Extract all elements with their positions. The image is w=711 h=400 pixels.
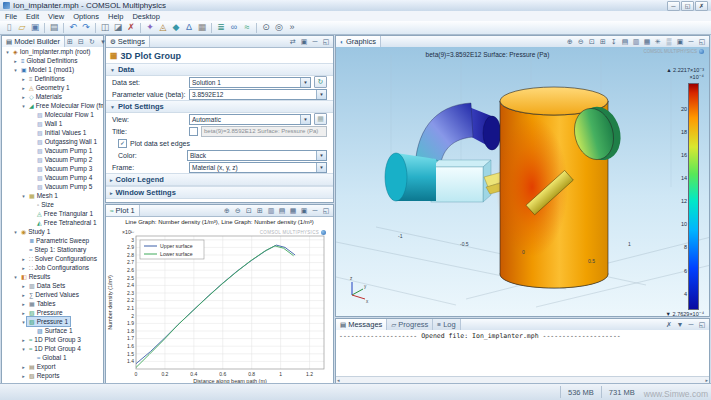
print-icon[interactable]: ▤	[48, 22, 60, 33]
tree-item-definitions[interactable]: ▸≡Definitions	[2, 74, 103, 83]
float-panel-icon[interactable]: ◱	[321, 38, 331, 46]
color-select[interactable]: Black▼	[187, 150, 327, 161]
zoom-icon[interactable]: ⊙	[260, 22, 272, 33]
view-icon[interactable]: ◎	[273, 22, 285, 33]
save-log-icon[interactable]: ▼	[675, 321, 685, 329]
mesh-icon[interactable]: ▦	[196, 22, 208, 33]
tree-item-free-tetrahedral-1[interactable]: ◭Free Tetrahedral 1	[2, 218, 103, 227]
expand-all-icon[interactable]: ⊞	[65, 38, 75, 46]
section-plot-settings[interactable]: ▼Plot Settings	[106, 100, 333, 113]
clear-log-icon[interactable]: ✗	[664, 321, 674, 329]
data-set-select[interactable]: Solution 1▼	[189, 77, 311, 88]
tree-item-vacuum-pump-3[interactable]: ▧Vacuum Pump 3	[2, 164, 103, 173]
close-button[interactable]: ✗	[695, 1, 708, 11]
zoom-in-icon[interactable]: ⊕	[565, 38, 575, 46]
refresh-solution-button[interactable]: ↻	[314, 76, 327, 88]
tree-item-ion-implanter-mph-root[interactable]: ▾◈Ion_implanter.mph (root)	[2, 47, 103, 56]
line-chart[interactable]: COMSOL MULTIPHYSICS 00.20.40.60.811.21.4…	[106, 227, 333, 389]
tree-item-tables[interactable]: ▸▦Tables	[2, 299, 103, 308]
minimize-panel-icon[interactable]: ─	[686, 38, 696, 46]
go-to-default-view-icon[interactable]: ↧	[609, 38, 619, 46]
tree-item-model-1-mod1[interactable]: ▾▣Model 1 (mod1)	[2, 65, 103, 74]
tab-log[interactable]: ≡Log	[433, 319, 460, 330]
tree-item-vacuum-pump-5[interactable]: ▧Vacuum Pump 5	[2, 182, 103, 191]
minimize-button[interactable]: ─	[667, 1, 680, 11]
compute-icon[interactable]: ≣	[215, 22, 227, 33]
copy-icon[interactable]: ◫	[99, 22, 111, 33]
tree-item-pressure[interactable]: ▸▧Pressure	[2, 308, 103, 317]
tree-item-mesh-1[interactable]: ▾▦Mesh 1	[2, 191, 103, 200]
menu-desktop[interactable]: Desktop	[132, 12, 160, 21]
switch-icon[interactable]: ⇄	[288, 38, 298, 46]
tree-item-1d-plot-group-3[interactable]: ▸≈1D Plot Group 3	[2, 335, 103, 344]
tree-item-wall-1[interactable]: ▧Wall 1	[2, 119, 103, 128]
tree-item-step-1-stationary[interactable]: =Step 1: Stationary	[2, 245, 103, 254]
view-settings-button[interactable]: ▦	[314, 113, 327, 125]
tree-item-vacuum-pump-1[interactable]: ▧Vacuum Pump 1	[2, 146, 103, 155]
materials-icon[interactable]: ◆	[170, 22, 182, 33]
tab-graphics[interactable]: ◐ Graphics	[336, 36, 381, 47]
tree-item-initial-values-1[interactable]: ▧Initial Values 1	[2, 128, 103, 137]
tree-item-pressure-1[interactable]: ▾▧Pressure 1	[2, 317, 103, 326]
tab-progress[interactable]: ▱Progress	[387, 319, 433, 330]
graphics-3d-view[interactable]: z y x -1-0.500.51 beta(9)=3.8592E12 Surf…	[336, 47, 709, 316]
go-to-zx-view-icon[interactable]: ▦	[642, 38, 652, 46]
section-window-settings[interactable]: ▸Window Settings	[106, 186, 333, 199]
study-icon[interactable]: ∞	[228, 22, 240, 33]
zoom-box-icon[interactable]: ⊞	[598, 38, 608, 46]
menu-options[interactable]: Options	[73, 12, 99, 21]
tree-item-export[interactable]: ▸▤Export	[2, 362, 103, 371]
parameter-value-select[interactable]: 3.8592E12▼	[189, 89, 327, 100]
tree-item-vacuum-pump-2[interactable]: ▧Vacuum Pump 2	[2, 155, 103, 164]
collapse-all-icon[interactable]: ⊟	[76, 38, 86, 46]
go-to-yz-view-icon[interactable]: ▥	[631, 38, 641, 46]
undo-icon[interactable]: ↶	[67, 22, 79, 33]
tree-item-data-sets[interactable]: ▸▥Data Sets	[2, 281, 103, 290]
zoom-extents-icon[interactable]: ⊡	[587, 38, 597, 46]
zoom-box-icon[interactable]: ⊞	[255, 207, 265, 215]
zoom-out-icon[interactable]: ⊖	[576, 38, 586, 46]
tree-item-molecular-flow-1[interactable]: ▧Molecular Flow 1	[2, 110, 103, 119]
show-icon[interactable]: ▣	[299, 38, 309, 46]
float-panel-icon[interactable]: ◱	[697, 321, 707, 329]
tree-item-results[interactable]: ▾◧Results	[2, 272, 103, 281]
image-export-icon[interactable]: ▣	[299, 207, 309, 215]
menu-edit[interactable]: Edit	[26, 12, 39, 21]
refresh-icon[interactable]: ↻	[87, 38, 97, 46]
paste-icon[interactable]: ◪	[112, 22, 124, 33]
horizontal-scrollbar[interactable]: ◂ ▸	[336, 376, 709, 383]
transparency-icon[interactable]: ▒	[664, 38, 674, 46]
tree-item-size[interactable]: ▫Size	[2, 200, 103, 209]
save-icon[interactable]: ▣	[29, 22, 41, 33]
tab-plot-1[interactable]: ≈ Plot 1	[106, 205, 140, 216]
float-panel-icon[interactable]: ◱	[321, 207, 331, 215]
minimize-panel-icon[interactable]: ─	[310, 207, 320, 215]
title-checkbox[interactable]	[189, 127, 198, 136]
plot-data-set-edges-checkbox[interactable]: ✓	[118, 139, 127, 148]
tree-item-job-configurations[interactable]: ▸∷Job Configurations	[2, 263, 103, 272]
zoom-in-icon[interactable]: ⊕	[222, 207, 232, 215]
minimize-panel-icon[interactable]: ─	[686, 321, 696, 329]
physics-icon[interactable]: Δ	[183, 22, 195, 33]
view-select[interactable]: Automatic▼	[189, 114, 311, 125]
maximize-button[interactable]: ◱	[681, 1, 694, 11]
tree-item-surface-1[interactable]: ▨Surface 1	[2, 326, 103, 335]
tree-item-derived-values[interactable]: ▸∑Derived Values	[2, 290, 103, 299]
tree-item-outgassing-wall-1[interactable]: ▧Outgassing Wall 1	[2, 137, 103, 146]
tree-item-reports[interactable]: ▸▧Reports	[2, 371, 103, 380]
tree-item-global-definitions[interactable]: ▸≡Global Definitions	[2, 56, 103, 65]
tree-item-global-1[interactable]: ≈Global 1	[2, 353, 103, 362]
zoom-extents-icon[interactable]: ⊡	[244, 207, 254, 215]
float-panel-icon[interactable]: ◱	[697, 38, 707, 46]
scene-light-icon[interactable]: ✳	[653, 38, 663, 46]
tree-item-geometry-1[interactable]: ▸◬Geometry 1	[2, 83, 103, 92]
redo-icon[interactable]: ↷	[80, 22, 92, 33]
print-plot-icon[interactable]: ▦	[288, 207, 298, 215]
tree-item-1d-plot-group-4[interactable]: ▾≈1D Plot Group 4	[2, 344, 103, 353]
frame-select[interactable]: Material (x, y, z)▼	[189, 162, 327, 173]
menu-view[interactable]: View	[48, 12, 64, 21]
results-icon[interactable]: ≈	[241, 22, 253, 33]
section-data[interactable]: ▼Data	[106, 63, 333, 76]
new-file-icon[interactable]: ▯	[3, 22, 15, 33]
legend-toggle-icon[interactable]: ▤	[277, 207, 287, 215]
